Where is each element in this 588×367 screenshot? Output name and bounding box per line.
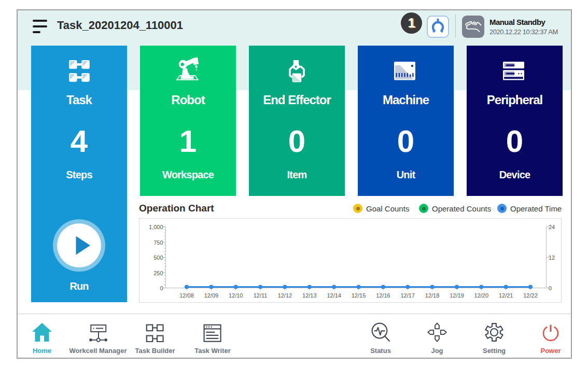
- svg-text:12/16: 12/16: [376, 292, 390, 299]
- svg-text:1,000: 1,000: [149, 224, 163, 230]
- svg-text:12/14: 12/14: [327, 292, 341, 299]
- svg-text:12/19: 12/19: [450, 292, 464, 299]
- svg-text:0: 0: [549, 285, 552, 291]
- svg-text:12/10: 12/10: [229, 292, 243, 299]
- svg-text:12/09: 12/09: [204, 292, 219, 299]
- svg-text:0: 0: [160, 285, 163, 291]
- svg-text:12/15: 12/15: [352, 292, 366, 299]
- svg-text:12/13: 12/13: [302, 292, 317, 299]
- svg-text:12/22: 12/22: [523, 292, 538, 299]
- svg-text:12/08: 12/08: [179, 292, 194, 299]
- svg-text:12/18: 12/18: [425, 292, 440, 299]
- svg-text:12/20: 12/20: [474, 292, 489, 299]
- svg-text:500: 500: [153, 255, 163, 261]
- svg-text:750: 750: [153, 239, 163, 246]
- svg-text:12/11: 12/11: [254, 292, 268, 299]
- svg-text:12/21: 12/21: [499, 292, 513, 299]
- svg-text:12/12: 12/12: [278, 292, 292, 299]
- svg-text:12/17: 12/17: [400, 292, 415, 299]
- svg-text:24: 24: [549, 224, 555, 230]
- svg-text:12: 12: [549, 255, 555, 261]
- svg-text:250: 250: [153, 270, 163, 276]
